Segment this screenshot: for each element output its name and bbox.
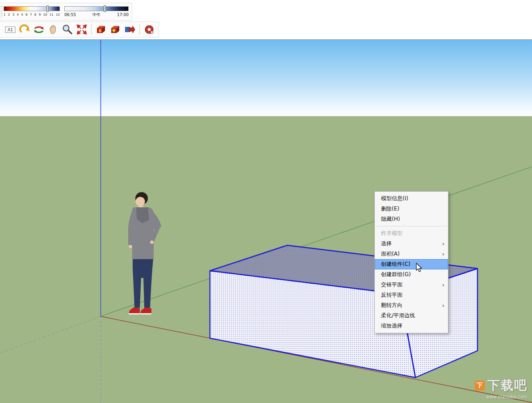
menu-item-flip-along[interactable]: 翻转方向 ›	[375, 300, 448, 311]
share-component-button[interactable]	[123, 23, 136, 36]
time-start-label: 06:55	[64, 13, 76, 17]
zoom-extents-icon	[76, 24, 88, 35]
sky-background	[0, 40, 532, 116]
date-tick: 10	[43, 13, 47, 17]
time-end-label: 17:00	[117, 13, 129, 17]
toolbar-drag-handle[interactable]	[1, 6, 2, 17]
date-tick: 4	[17, 13, 18, 17]
context-menu: 模型信息(I) 删除(E) 隐藏(H) 炸开模型 选择 › 面积(A) › 创建…	[374, 191, 448, 333]
date-tick: 8	[34, 13, 36, 17]
toolbar-separator	[91, 24, 92, 35]
menu-separator	[376, 226, 447, 227]
mouse-cursor	[416, 263, 423, 274]
shadow-settings-toolbar: 1 2 3 4 5 6 7 8 9 10 11 12 06:55 中午 17:0…	[0, 3, 132, 21]
share-model-icon	[109, 24, 121, 35]
menu-item-label: 交错平面	[381, 281, 402, 288]
viewport-canvas[interactable]	[0, 39, 532, 403]
shadow-time-slider-thumb[interactable]	[104, 5, 106, 12]
menu-item-intersect-faces[interactable]: 交错平面 ›	[375, 280, 448, 290]
submenu-arrow-icon: ›	[442, 280, 444, 290]
zoom-icon	[62, 24, 73, 35]
date-tick: 12	[56, 13, 60, 17]
submenu-arrow-icon: ›	[442, 300, 444, 311]
menu-item-label: 选择	[381, 240, 392, 247]
previous-view-icon	[19, 24, 30, 35]
svg-text:A1: A1	[8, 28, 13, 32]
menu-item-make-component[interactable]: 创建组件(C)	[375, 259, 448, 269]
shadow-date-slider-thumb[interactable]	[46, 5, 49, 12]
main-toolbar: A1	[0, 21, 159, 38]
menu-item-zoom-selection[interactable]: 缩放选择	[375, 321, 448, 331]
extension-warehouse-button[interactable]	[143, 23, 156, 36]
menu-item-label: 面积(A)	[381, 251, 400, 257]
menu-item-select[interactable]: 选择 ›	[375, 239, 448, 249]
get-models-button[interactable]	[95, 23, 108, 36]
menu-item-soften-smooth-edges[interactable]: 柔化/平滑边线	[375, 311, 448, 321]
shadow-time-labels: 06:55 中午 17:00	[64, 13, 129, 17]
menu-item-hide[interactable]: 隐藏(H)	[375, 214, 448, 224]
menu-item-model-info[interactable]: 模型信息(I)	[375, 193, 448, 204]
a1-box-icon: A1	[4, 24, 16, 35]
a1-scene-button[interactable]: A1	[4, 23, 17, 36]
extension-warehouse-icon	[143, 24, 155, 35]
zoom-extents-button[interactable]	[75, 23, 88, 36]
date-tick: 1	[4, 13, 5, 17]
shadow-date-ticks: 1 2 3 4 5 6 7 8 9 10 11 12	[4, 13, 60, 17]
menu-item-reverse-faces[interactable]: 反转平面	[375, 290, 448, 300]
orbit-button[interactable]	[32, 23, 45, 36]
ground-plane	[0, 116, 532, 403]
date-tick: 6	[25, 13, 27, 17]
shadow-date-slider[interactable]	[4, 6, 60, 11]
share-component-icon	[124, 24, 135, 35]
menu-item-area[interactable]: 面积(A) ›	[375, 249, 448, 259]
header-area: 1 2 3 4 5 6 7 8 9 10 11 12 06:55 中午 17:0…	[0, 0, 532, 39]
date-tick: 11	[50, 13, 54, 17]
submenu-arrow-icon: ›	[442, 239, 444, 249]
submenu-arrow-icon: ›	[442, 249, 444, 259]
menu-item-explode: 炸开模型	[375, 228, 448, 239]
date-tick: 2	[8, 13, 10, 17]
menu-item-label: 翻转方向	[381, 302, 402, 308]
date-tick: 7	[30, 13, 32, 17]
menu-item-make-group[interactable]: 创建群组(G)	[375, 269, 448, 280]
share-model-button[interactable]	[109, 23, 122, 36]
shadow-time-slider[interactable]	[64, 6, 129, 11]
menu-item-erase[interactable]: 删除(E)	[375, 204, 448, 214]
pan-hand-icon	[47, 24, 59, 35]
orbit-icon	[33, 24, 45, 35]
date-tick: 9	[39, 13, 41, 17]
get-models-icon	[95, 24, 107, 35]
zoom-button[interactable]	[61, 23, 74, 36]
date-tick: 3	[13, 13, 14, 17]
previous-view-button[interactable]	[18, 23, 31, 36]
time-noon-label: 中午	[92, 13, 101, 17]
toolbar-separator	[139, 24, 140, 35]
pan-button[interactable]	[46, 23, 59, 36]
date-tick: 5	[21, 13, 23, 17]
